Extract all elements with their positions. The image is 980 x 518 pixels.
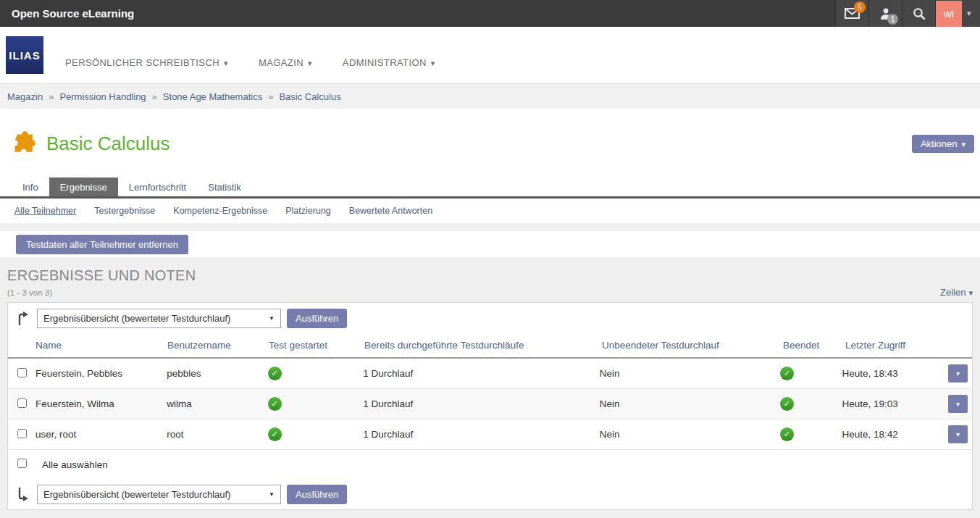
table-header-row: Name Benutzername Test gestartet Bereits…: [8, 333, 972, 359]
chevron-down-icon: ▾: [968, 288, 973, 297]
col-benutzername: Benutzername: [167, 340, 269, 351]
select-arrow-icon: ▼: [269, 491, 275, 498]
select-all-label[interactable]: Alle auswählen: [42, 459, 108, 470]
select-all-checkbox[interactable]: [17, 459, 27, 468]
subtab-bewertete-antworten[interactable]: Bewertete Antworten: [349, 206, 432, 216]
breadcrumb-link-basic-calculus[interactable]: Basic Calculus: [279, 91, 340, 102]
results-heading: ERGEBNISSE UND NOTEN: [7, 267, 973, 284]
col-testdurchlaeufe: Bereits durchgeführte Testdurchläufe: [364, 340, 602, 351]
row-actions-button[interactable]: ▾: [948, 425, 968, 443]
chevron-down-icon: ▾: [308, 59, 312, 67]
main-nav: PERSÖNLICHER SCHREIBTISCH▾ MAGAZIN▾ ADMI…: [65, 57, 466, 68]
rows-menu-label: Zeilen: [940, 287, 966, 298]
cell-name: user, root: [35, 429, 167, 440]
check-icon: ✓: [780, 427, 794, 441]
row-checkbox[interactable]: [17, 429, 27, 438]
results-table: Ergebnisübersicht (bewerteter Testdurchl…: [7, 302, 973, 510]
cell-username: pebbles: [167, 368, 267, 379]
range-top: (1 - 3 von 3): [7, 288, 52, 297]
ilias-logo[interactable]: ILIAS: [6, 36, 43, 74]
user-menu[interactable]: wi ▾: [935, 0, 980, 27]
nav-persoenlicher-schreibtisch[interactable]: PERSÖNLICHER SCHREIBTISCH▾: [65, 57, 228, 68]
action-select-value: Ergebnisübersicht (bewerteter Testdurchl…: [43, 489, 230, 500]
cell-username: root: [167, 429, 267, 440]
cell-last-access: Heute, 18:43: [842, 368, 942, 379]
mail-badge: 5: [854, 1, 866, 13]
row-checkbox[interactable]: [17, 398, 27, 408]
cell-username: wilma: [167, 398, 267, 409]
cell-runs: 1 Durchlauf: [363, 368, 600, 379]
select-arrow-icon: ▼: [269, 315, 275, 322]
actions-label: Aktionen: [921, 138, 958, 149]
cell-last-access: Heute, 19:03: [842, 398, 942, 409]
actions-button[interactable]: Aktionen▾: [912, 135, 974, 153]
check-icon: ✓: [268, 427, 282, 441]
tab-info[interactable]: Info: [12, 177, 49, 196]
cell-last-access: Heute, 18:42: [842, 429, 942, 440]
breadcrumb-separator: »: [49, 91, 54, 102]
tab-lernfortschritt[interactable]: Lernfortschritt: [118, 177, 197, 196]
chevron-down-icon: ▾: [961, 140, 966, 149]
tab-bar: Info Ergebnisse Lernfortschritt Statisti…: [0, 176, 980, 199]
chevron-down-icon: ▾: [431, 59, 435, 67]
col-letzter-zugriff: Letzter Zugriff: [845, 340, 946, 351]
row-checkbox[interactable]: [17, 368, 27, 377]
action-select-value: Ergebnisübersicht (bewerteter Testdurchl…: [43, 313, 230, 324]
table-row: user, root root ✓ 1 Durchlauf Nein ✓ Heu…: [8, 419, 972, 450]
cell-name: Feuerstein, Pebbles: [35, 368, 167, 379]
subtab-kompetenz-ergebnisse[interactable]: Kompetenz-Ergebnisse: [173, 206, 267, 216]
breadcrumb-separator: »: [268, 91, 273, 102]
subtab-testergebnisse[interactable]: Testergebnisse: [94, 206, 155, 216]
nav-label: ADMINISTRATION: [343, 57, 427, 68]
cell-name: Feuerstein, Wilma: [35, 398, 167, 409]
app-title: Open Source eLearning: [0, 7, 134, 20]
cell-unfinished: Nein: [600, 429, 780, 440]
select-all-row: Alle auswählen: [8, 450, 972, 479]
breadcrumb: Magazin » Permission Handling » Stone Ag…: [0, 83, 980, 109]
top-command-row: Ergebnisübersicht (bewerteter Testdurchl…: [8, 303, 972, 333]
chevron-down-icon: ▾: [956, 370, 960, 377]
subtab-bar: Alle Teilnehmer Testergebnisse Kompetenz…: [0, 199, 980, 223]
nav-label: MAGAZIN: [259, 57, 303, 68]
search-button[interactable]: [902, 0, 935, 27]
online-badge: 1: [887, 14, 898, 25]
breadcrumb-link-permission-handling[interactable]: Permission Handling: [59, 91, 146, 102]
search-icon: [913, 7, 926, 20]
avatar: wi: [936, 1, 962, 27]
remove-test-data-button[interactable]: Testdaten aller Teilnehmer entfernen: [16, 235, 188, 254]
chevron-down-icon: ▾: [967, 9, 971, 17]
nav-administration[interactable]: ADMINISTRATION▾: [343, 57, 435, 68]
chevron-down-icon: ▾: [956, 401, 960, 408]
header: ILIAS PERSÖNLICHER SCHREIBTISCH▾ MAGAZIN…: [0, 27, 980, 83]
tab-statistik[interactable]: Statistik: [197, 177, 252, 196]
cell-unfinished: Nein: [600, 398, 780, 409]
action-select-top[interactable]: Ergebnisübersicht (bewerteter Testdurchl…: [37, 309, 281, 328]
breadcrumb-link-stone-age-mathematics[interactable]: Stone Age Mathematics: [163, 91, 262, 102]
toolbar: Testdaten aller Teilnehmer entfernen: [0, 231, 980, 257]
title-area: Basic Calculus Aktionen▾: [0, 109, 980, 176]
subtab-platzierung[interactable]: Platzierung: [285, 206, 331, 216]
action-select-bottom[interactable]: Ergebnisübersicht (bewerteter Testdurchl…: [37, 485, 281, 504]
nav-label: PERSÖNLICHER SCHREIBTISCH: [65, 57, 219, 68]
table-row: Feuerstein, Pebbles pebbles ✓ 1 Durchlau…: [8, 359, 972, 389]
chevron-down-icon: ▾: [224, 59, 228, 67]
mail-button[interactable]: 5: [835, 0, 868, 27]
breadcrumb-link-magazin[interactable]: Magazin: [7, 91, 43, 102]
execute-button-bottom[interactable]: Ausführen: [287, 485, 347, 504]
subtab-alle-teilnehmer[interactable]: Alle Teilnehmer: [14, 206, 76, 216]
check-icon: ✓: [268, 397, 282, 411]
execute-button-top[interactable]: Ausführen: [287, 309, 347, 328]
spacer: [0, 223, 980, 231]
who-is-online-button[interactable]: 1: [868, 0, 902, 27]
row-actions-button[interactable]: ▾: [948, 395, 968, 413]
apply-to-top-icon: [17, 311, 30, 326]
tab-ergebnisse[interactable]: Ergebnisse: [49, 177, 118, 196]
apply-to-bottom-icon: [17, 487, 30, 502]
rows-menu-button[interactable]: Zeilen▾: [940, 287, 973, 298]
col-test-gestartet: Test gestartet: [269, 340, 364, 351]
row-actions-button[interactable]: ▾: [948, 364, 968, 383]
cell-runs: 1 Durchlauf: [363, 429, 600, 440]
col-unbeendeter-testdurchlauf: Unbeendeter Testdurchlauf: [602, 340, 783, 351]
page-title: Basic Calculus: [46, 133, 170, 155]
nav-magazin[interactable]: MAGAZIN▾: [259, 57, 312, 68]
